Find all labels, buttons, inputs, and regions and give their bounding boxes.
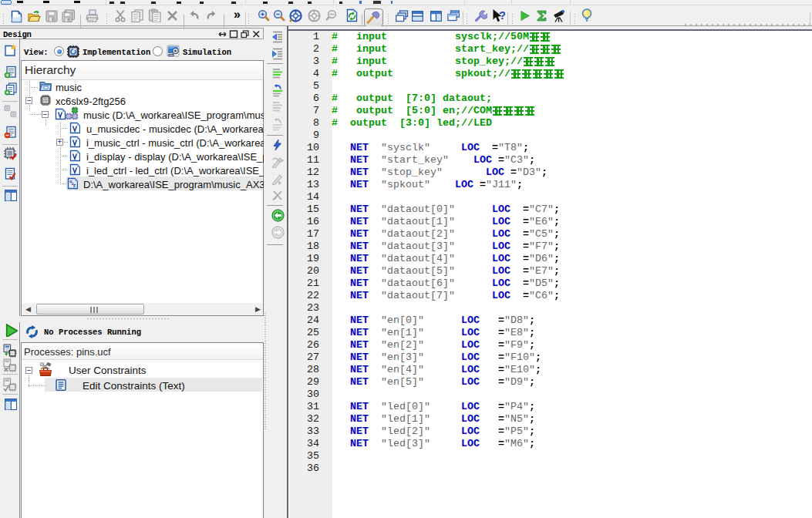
- svg-text:?: ?: [499, 8, 505, 22]
- svg-text:F: F: [73, 183, 76, 189]
